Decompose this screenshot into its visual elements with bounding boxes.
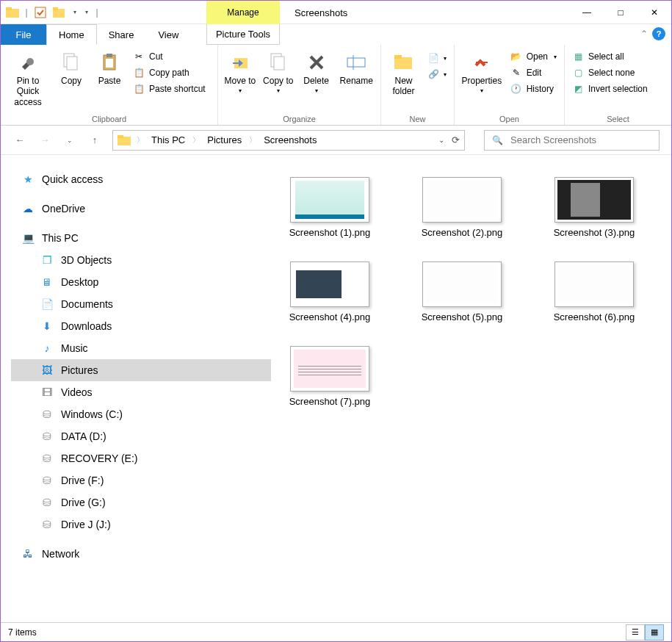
file-name: Screenshot (7).png [289, 396, 371, 408]
qat-customize-icon[interactable]: ▾ [82, 4, 92, 21]
svg-rect-1 [6, 7, 12, 10]
thumbnail [422, 177, 502, 223]
file-name: Screenshot (5).png [422, 311, 503, 324]
ribbon-collapse-icon[interactable]: ⌃ [640, 29, 648, 39]
nav-drive-g[interactable]: ⛁Drive (G:) [11, 491, 271, 513]
downloads-icon: ⬇ [40, 320, 54, 333]
close-button[interactable]: ✕ [637, 1, 671, 24]
nav-drive-f[interactable]: ⛁Drive (F:) [11, 469, 271, 491]
tab-file[interactable]: File [1, 24, 46, 45]
up-button[interactable]: ↑ [87, 133, 102, 148]
window-title: Screenshots [295, 1, 347, 24]
breadcrumb-item[interactable]: Pictures [206, 134, 243, 145]
file-list[interactable]: Screenshot (1).png Screenshot (2).png Sc… [271, 155, 671, 622]
select-none-button[interactable]: ▢Select none [569, 65, 651, 80]
nav-onedrive[interactable]: ☁OneDrive [11, 198, 271, 220]
nav-drive-c[interactable]: ⛁Windows (C:) [11, 403, 271, 425]
svg-rect-16 [394, 57, 412, 69]
copy-button[interactable]: Copy [54, 48, 89, 89]
tab-share[interactable]: Share [97, 24, 147, 45]
nav-music[interactable]: ♪Music [11, 337, 271, 359]
search-input[interactable] [510, 134, 651, 145]
tab-home[interactable]: Home [46, 24, 97, 45]
file-item[interactable]: Screenshot (4).png [286, 262, 374, 324]
documents-icon: 📄 [40, 297, 54, 311]
copy-icon [59, 51, 83, 74]
nav-drive-j[interactable]: ⛁Drive J (J:) [11, 513, 271, 535]
thumbnail [290, 177, 369, 223]
rename-icon [344, 51, 368, 74]
chevron-right-icon[interactable]: 〉 [189, 135, 203, 145]
breadcrumb-item[interactable]: This PC [150, 134, 187, 145]
copy-path-button[interactable]: 📋Copy path [130, 65, 209, 80]
rename-button[interactable]: Rename [336, 48, 376, 89]
nav-drive-d[interactable]: ⛁DATA (D:) [11, 425, 271, 447]
edit-button[interactable]: ✎Edit [507, 65, 560, 80]
pictures-icon: 🖼 [40, 364, 54, 377]
forward-button[interactable]: → [37, 133, 52, 148]
breadcrumb-item[interactable]: Screenshots [262, 134, 318, 145]
minimize-button[interactable]: ― [570, 1, 604, 24]
file-item[interactable]: Screenshot (2).png [418, 177, 506, 239]
folder-icon[interactable] [4, 4, 21, 21]
invert-selection-button[interactable]: ◩Invert selection [569, 82, 651, 96]
delete-button[interactable]: Delete▾ [299, 48, 334, 98]
thumbnail [290, 346, 369, 392]
properties-button[interactable]: Properties▾ [459, 48, 505, 98]
paste-button[interactable]: Paste [92, 48, 127, 89]
nav-downloads[interactable]: ⬇Downloads [11, 315, 271, 337]
refresh-icon[interactable]: ⟳ [452, 134, 460, 145]
paste-shortcut-button[interactable]: 📋Paste shortcut [130, 82, 209, 96]
new-item-button[interactable]: 📄▾ [424, 51, 449, 65]
back-button[interactable]: ← [12, 133, 27, 148]
help-icon[interactable]: ? [652, 27, 665, 40]
history-button[interactable]: 🕐History [507, 82, 560, 96]
nav-desktop[interactable]: 🖥Desktop [11, 271, 271, 293]
new-folder-icon[interactable] [51, 4, 68, 21]
copy-to-button[interactable]: Copy to▾ [261, 48, 296, 98]
new-folder-button[interactable]: New folder [386, 48, 422, 100]
search-box[interactable]: 🔍 [484, 130, 660, 151]
address-dropdown-icon[interactable]: ⌄ [438, 136, 444, 144]
status-bar: 7 items ☰ ▦ [1, 622, 671, 641]
open-button[interactable]: 📂Open▾ [507, 49, 560, 64]
qat-dropdown-icon[interactable]: ▾ [70, 4, 80, 21]
move-to-button[interactable]: Move to▾ [223, 48, 258, 98]
thumbnail [290, 262, 369, 307]
nav-3d-objects[interactable]: ❒3D Objects [11, 249, 271, 271]
select-all-button[interactable]: ▦Select all [569, 49, 651, 64]
easy-access-button[interactable]: 🔗▾ [424, 67, 449, 82]
chevron-right-icon[interactable]: 〉 [134, 135, 147, 145]
ribbon-group-select: ▦Select all ▢Select none ◩Invert selecti… [565, 45, 671, 125]
drive-icon: ⛁ [40, 452, 54, 465]
tab-picture-tools[interactable]: Picture Tools [206, 24, 280, 45]
details-view-button[interactable]: ☰ [626, 624, 645, 641]
file-item[interactable]: Screenshot (7).png [286, 346, 374, 408]
nav-quick-access[interactable]: ★Quick access [11, 168, 271, 190]
address-bar[interactable]: 〉 This PC 〉 Pictures 〉 Screenshots ⌄ ⟳ [112, 130, 465, 151]
nav-documents[interactable]: 📄Documents [11, 293, 271, 315]
nav-this-pc[interactable]: 💻This PC [11, 227, 271, 249]
file-item[interactable]: Screenshot (1).png [286, 177, 374, 239]
tab-view[interactable]: View [146, 24, 191, 45]
move-to-icon [228, 51, 252, 74]
nav-network[interactable]: 🖧Network [11, 543, 271, 565]
file-item[interactable]: Screenshot (3).png [550, 177, 638, 239]
nav-drive-e[interactable]: ⛁RECOVERY (E:) [11, 447, 271, 469]
paste-shortcut-icon: 📋 [133, 83, 145, 95]
nav-pictures[interactable]: 🖼Pictures [11, 359, 271, 381]
ribbon-group-label: Clipboard [5, 113, 213, 123]
thumbnails-view-button[interactable]: ▦ [645, 624, 664, 641]
svg-rect-4 [53, 7, 58, 10]
file-item[interactable]: Screenshot (5).png [418, 262, 506, 324]
pin-to-quick-access-button[interactable]: Pin to Quick access [5, 48, 51, 110]
maximize-button[interactable]: □ [604, 1, 637, 24]
chevron-right-icon[interactable]: 〉 [246, 135, 259, 145]
cut-button[interactable]: ✂Cut [130, 49, 209, 64]
file-item[interactable]: Screenshot (6).png [550, 262, 638, 324]
properties-icon[interactable] [32, 4, 49, 21]
svg-rect-17 [394, 55, 402, 59]
music-icon: ♪ [40, 342, 54, 355]
nav-videos[interactable]: 🎞Videos [11, 381, 271, 403]
recent-locations-button[interactable]: ⌄ [62, 133, 77, 148]
